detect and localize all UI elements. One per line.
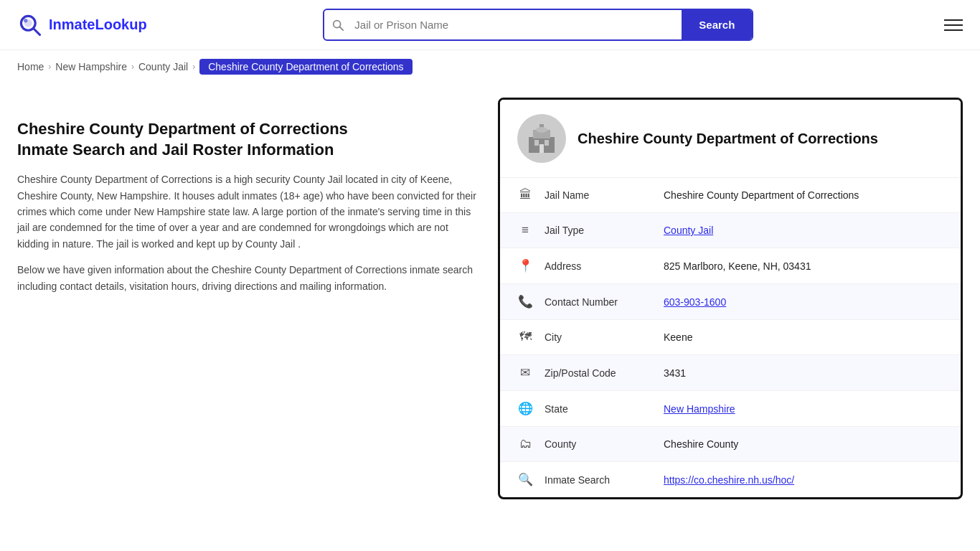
svg-rect-11: [534, 140, 539, 146]
row-value-4: Keene: [664, 331, 692, 343]
logo-icon: [17, 12, 43, 38]
info-row: 🔍Inmate Searchhttps://co.cheshire.nh.us/…: [500, 462, 961, 497]
county-icon: 🗂: [517, 437, 533, 451]
row-value-1[interactable]: County Jail: [664, 225, 713, 236]
hamburger-line-3: [944, 29, 963, 31]
row-value-2: 825 Marlboro, Keene, NH, 03431: [664, 260, 811, 272]
row-value-0: Cheshire County Department of Correction…: [664, 189, 859, 201]
facility-image: [517, 114, 566, 163]
svg-point-10: [536, 127, 547, 133]
breadcrumb-type[interactable]: County Jail: [138, 61, 188, 72]
info-row: ✉Zip/Postal Code3431: [500, 355, 961, 391]
breadcrumb-chevron-3: ›: [192, 62, 195, 72]
row-value-7: Cheshire County: [664, 438, 738, 450]
search-input[interactable]: [352, 11, 682, 38]
main-content: Cheshire County Department of Correction…: [0, 83, 980, 514]
page-title: Cheshire County Department of Correction…: [17, 119, 476, 160]
search-icon: 🔍: [517, 472, 533, 487]
row-value-3[interactable]: 603-903-1600: [664, 296, 726, 308]
info-row: 🗺CityKeene: [500, 320, 961, 355]
row-label-7: County: [545, 438, 652, 450]
row-link-3[interactable]: 603-903-1600: [664, 296, 726, 308]
info-row: 🗂CountyCheshire County: [500, 427, 961, 462]
breadcrumb-chevron-2: ›: [131, 62, 134, 72]
search-bar: Search: [323, 9, 753, 41]
hamburger-line-2: [944, 24, 963, 26]
row-label-2: Address: [545, 260, 652, 272]
search-bar-icon: [324, 19, 352, 32]
row-label-5: Zip/Postal Code: [545, 367, 652, 379]
svg-rect-13: [540, 144, 544, 153]
hamburger-menu[interactable]: [944, 19, 963, 31]
row-link-1[interactable]: County Jail: [664, 225, 713, 236]
svg-line-5: [340, 27, 344, 30]
row-value-6[interactable]: New Hampshire: [664, 403, 735, 415]
svg-line-2: [34, 28, 40, 34]
info-row: 🌐StateNew Hampshire: [500, 391, 961, 427]
info-row: ≡Jail TypeCounty Jail: [500, 213, 961, 248]
description-para-2: Below we have given information about th…: [17, 262, 476, 294]
row-label-4: City: [545, 331, 652, 343]
row-label-1: Jail Type: [545, 225, 652, 236]
site-header: InmateLookup Search: [0, 0, 980, 50]
row-label-8: Inmate Search: [545, 474, 652, 486]
city-icon: 🗺: [517, 330, 533, 344]
globe-icon: 🌐: [517, 401, 533, 416]
mail-icon: ✉: [517, 365, 533, 380]
info-card: Cheshire County Department of Correction…: [498, 98, 963, 499]
row-link-6[interactable]: New Hampshire: [664, 403, 735, 415]
row-label-6: State: [545, 403, 652, 415]
svg-point-3: [24, 19, 27, 22]
row-value-5: 3431: [664, 367, 686, 379]
info-row: 🏛Jail NameCheshire County Department of …: [500, 178, 961, 213]
location-icon: 📍: [517, 258, 533, 273]
logo-text: InmateLookup: [49, 17, 147, 33]
breadcrumb-chevron-1: ›: [48, 62, 51, 72]
left-column: Cheshire County Department of Correction…: [17, 98, 476, 499]
logo-link[interactable]: InmateLookup: [17, 12, 147, 38]
jail-icon: 🏛: [517, 188, 533, 202]
breadcrumb-state[interactable]: New Hampshire: [55, 61, 127, 72]
breadcrumb-home[interactable]: Home: [17, 61, 44, 72]
row-label-3: Contact Number: [545, 296, 652, 308]
hamburger-line-1: [944, 19, 963, 21]
row-label-0: Jail Name: [545, 189, 652, 201]
breadcrumb: Home › New Hampshire › County Jail › Che…: [0, 50, 980, 83]
list-icon: ≡: [517, 223, 533, 237]
search-button[interactable]: Search: [682, 10, 752, 39]
info-row: 📍Address825 Marlboro, Keene, NH, 03431: [500, 248, 961, 284]
phone-icon: 📞: [517, 294, 533, 309]
info-rows: 🏛Jail NameCheshire County Department of …: [500, 178, 961, 497]
right-column: Cheshire County Department of Correction…: [498, 98, 963, 499]
card-title: Cheshire County Department of Correction…: [578, 131, 878, 147]
row-link-8[interactable]: https://co.cheshire.nh.us/hoc/: [664, 474, 794, 486]
info-row: 📞Contact Number603-903-1600: [500, 284, 961, 320]
breadcrumb-current: Cheshire County Department of Correction…: [199, 59, 412, 75]
svg-rect-12: [545, 140, 549, 146]
description-para-1: Cheshire County Department of Correction…: [17, 171, 476, 252]
card-header: Cheshire County Department of Correction…: [500, 100, 961, 178]
row-value-8[interactable]: https://co.cheshire.nh.us/hoc/: [664, 474, 794, 486]
